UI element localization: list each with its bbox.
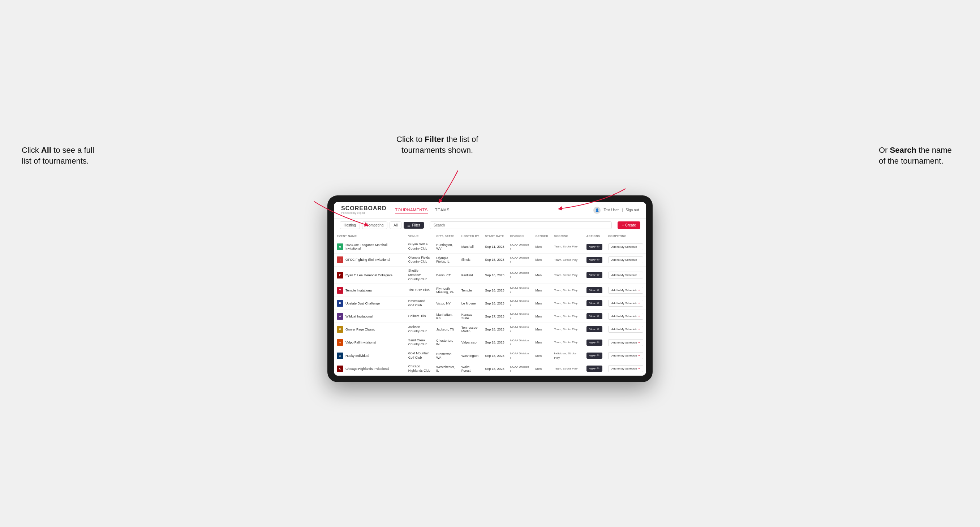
competing-cell: Add to My Schedule + (605, 267, 646, 284)
search-input[interactable] (430, 221, 612, 229)
table-wrap: EVENT NAME VENUE CITY, STATE HOSTED BY S… (334, 232, 646, 375)
header-right: 👤 Test User | Sign out (593, 206, 639, 214)
actions-cell: View 👁 (584, 349, 605, 362)
nav-tab-teams[interactable]: TEAMS (435, 207, 450, 213)
event-name-cell: T Temple Invitational (337, 287, 402, 294)
view-button[interactable]: View 👁 (587, 272, 602, 278)
city-cell: Bremerton, WA (433, 349, 458, 362)
actions-cell: View 👁 (584, 284, 605, 297)
col-competing: COMPETING (605, 232, 646, 240)
competing-cell: Add to My Schedule + (605, 310, 646, 323)
hosted-by-cell: Le Moyne (458, 297, 482, 310)
division-cell: NCAA Division I (508, 284, 533, 297)
scoring-cell: Team, Stroke Play (551, 323, 583, 336)
table-header-row: EVENT NAME VENUE CITY, STATE HOSTED BY S… (334, 232, 646, 240)
add-to-schedule-button[interactable]: Add to My Schedule + (608, 339, 643, 346)
gender-cell: Men (532, 336, 551, 349)
competing-cell: Add to My Schedule + (605, 336, 646, 349)
team-logo: C (337, 365, 343, 372)
view-button[interactable]: View 👁 (587, 300, 602, 306)
table-row: G Grover Page Classic Jackson Country Cl… (334, 323, 646, 336)
user-name: Test User (603, 208, 619, 212)
competing-cell: Add to My Schedule + (605, 349, 646, 362)
event-name-text: Valpo Fall Invitational (345, 341, 376, 344)
venue-cell: Jackson Country Club (406, 323, 433, 336)
start-date-cell: Sep 18, 2023 (482, 349, 508, 362)
actions-cell: View 👁 (584, 240, 605, 253)
city-cell: Berlin, CT (433, 267, 458, 284)
venue-cell: Olympia Fields Country Club (406, 253, 433, 266)
add-to-schedule-button[interactable]: Add to My Schedule + (608, 313, 643, 320)
annotation-top-right: Or Search the name of the tournament. (879, 145, 958, 166)
hosting-filter-btn[interactable]: Hosting (340, 221, 360, 229)
table-row: M 2023 Joe Feaganes Marshall Invitationa… (334, 240, 646, 253)
scoring-cell: Individual, Stroke Play (551, 349, 583, 362)
hosted-by-cell: Kansas State (458, 310, 482, 323)
scoring-cell: Team, Stroke Play (551, 310, 583, 323)
eye-icon: 👁 (597, 302, 600, 305)
add-to-schedule-button[interactable]: Add to My Schedule + (608, 365, 643, 372)
nav-tab-tournaments[interactable]: TOURNAMENTS (395, 207, 428, 213)
event-name-text: Wildcat Invitational (345, 314, 372, 318)
view-button[interactable]: View 👁 (587, 244, 602, 250)
logo-powered: Powered by clippd (341, 212, 387, 214)
actions-cell: View 👁 (584, 310, 605, 323)
add-to-schedule-button[interactable]: Add to My Schedule + (608, 287, 643, 294)
division-cell: NCAA Division I (508, 362, 533, 375)
col-division: DIVISION (508, 232, 533, 240)
team-logo: W (337, 352, 343, 359)
view-button[interactable]: View 👁 (587, 340, 602, 346)
event-name-text: Temple Invitational (345, 289, 372, 292)
venue-cell: Ravenwood Golf Club (406, 297, 433, 310)
event-name-cell: I OFCC Fighting Illini Invitational (337, 256, 402, 263)
event-name-text: Chicago Highlands Invitational (345, 367, 389, 371)
app-header: SCOREBOARD Powered by clippd TOURNAMENTS… (334, 202, 646, 219)
scoring-cell: Team, Stroke Play (551, 253, 583, 266)
eye-icon: 👁 (597, 314, 600, 318)
add-to-schedule-button[interactable]: Add to My Schedule + (608, 300, 643, 307)
view-button[interactable]: View 👁 (587, 313, 602, 319)
add-to-schedule-button[interactable]: Add to My Schedule + (608, 243, 643, 250)
add-to-schedule-button[interactable]: Add to My Schedule + (608, 352, 643, 359)
view-button[interactable]: View 👁 (587, 352, 602, 359)
plus-icon: + (638, 367, 640, 370)
team-logo: V (337, 339, 343, 346)
view-button[interactable]: View 👁 (587, 326, 602, 332)
filter-icon: ☰ (407, 223, 410, 227)
competing-filter-btn[interactable]: Competing (362, 221, 387, 229)
gender-cell: Men (532, 323, 551, 336)
plus-icon: + (638, 258, 640, 262)
event-name-text: Ryan T. Lee Memorial Collegiate (345, 273, 393, 277)
actions-cell: View 👁 (584, 323, 605, 336)
col-hosted-by: HOSTED BY (458, 232, 482, 240)
plus-icon: + (638, 341, 640, 344)
hosted-by-cell: Tennessee-Martin (458, 323, 482, 336)
event-name-cell: C Chicago Highlands Invitational (337, 365, 402, 372)
division-cell: NCAA Division I (508, 310, 533, 323)
start-date-cell: Sep 18, 2023 (482, 323, 508, 336)
eye-icon: 👁 (597, 245, 600, 249)
all-filter-btn[interactable]: All (390, 221, 401, 229)
create-button[interactable]: + Create (617, 221, 640, 229)
division-cell: NCAA Division I (508, 297, 533, 310)
sign-out-link[interactable]: Sign out (625, 208, 639, 212)
gender-cell: Men (532, 362, 551, 375)
event-name-text: Upstate Dual Challenge (345, 302, 380, 305)
view-button[interactable]: View 👁 (587, 257, 602, 263)
city-cell: Jackson, TN (433, 323, 458, 336)
start-date-cell: Sep 18, 2023 (482, 362, 508, 375)
add-to-schedule-button[interactable]: Add to My Schedule + (608, 271, 643, 278)
table-row: C Chicago Highlands Invitational Chicago… (334, 362, 646, 375)
eye-icon: 👁 (597, 367, 600, 370)
venue-cell: Sand Creek Country Club (406, 336, 433, 349)
view-button[interactable]: View 👁 (587, 287, 602, 293)
plus-icon: + (638, 273, 640, 277)
competing-cell: Add to My Schedule + (605, 284, 646, 297)
actions-cell: View 👁 (584, 362, 605, 375)
team-logo: W (337, 313, 343, 320)
view-button[interactable]: View 👁 (587, 365, 602, 372)
add-to-schedule-button[interactable]: Add to My Schedule + (608, 326, 643, 333)
add-to-schedule-button[interactable]: Add to My Schedule + (608, 256, 643, 264)
filter-button[interactable]: ☰ Filter (404, 222, 423, 229)
table-row: W Husky Individual Gold Mountain Golf Cl… (334, 349, 646, 362)
